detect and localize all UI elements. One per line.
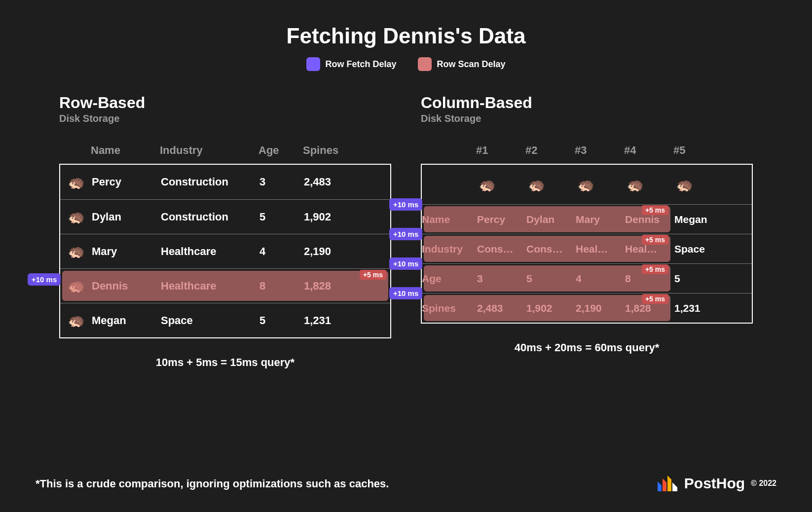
table-row: 🦔 Mary Healthcare 4 2,190: [60, 234, 390, 268]
row-label: Industry: [422, 243, 477, 255]
cell-name: Megan: [92, 314, 161, 327]
panel-title-row: Row-Based: [59, 94, 391, 112]
cell: 2,190: [576, 302, 625, 314]
cell-name: Dennis: [92, 280, 161, 293]
cell-spines: 2,483: [304, 176, 358, 188]
hedgehog-icon: 🦔: [674, 175, 694, 194]
cell-industry: Healthcare: [161, 280, 259, 293]
brand: PostHog © 2022: [657, 475, 776, 492]
cell-industry: Construction: [161, 176, 259, 188]
fetch-delay-badge: +10 ms: [28, 273, 61, 286]
hedgehog-icon: 🦔: [66, 311, 86, 330]
cell: 2,483: [477, 302, 526, 314]
cell: Dennis: [625, 214, 674, 225]
row-label: Spines: [422, 302, 477, 314]
cell: Mary: [576, 214, 625, 225]
cell: 8: [625, 273, 674, 285]
cell-name: Dylan: [92, 211, 161, 223]
cell: 4: [576, 273, 625, 285]
cell: 1,902: [526, 302, 576, 314]
cell-age: 8: [259, 280, 304, 293]
cell: Cons…: [526, 243, 576, 255]
legend: Row Fetch Delay Row Scan Delay: [0, 57, 812, 71]
scan-delay-badge: +5 ms: [360, 270, 386, 280]
cell: 5: [674, 273, 724, 285]
table-row: Spines 2,483 1,902 2,190 1,828 1,231 +5 …: [422, 293, 752, 323]
cell-industry: Space: [161, 314, 259, 327]
col-header: #3: [575, 144, 624, 157]
table-row: Age 3 5 4 8 5 +5 ms: [422, 263, 752, 293]
hedgehog-icon: 🦔: [66, 276, 86, 296]
brand-name: PostHog: [684, 475, 745, 492]
col-header-age: Age: [258, 144, 303, 157]
cell: 5: [526, 273, 576, 285]
fetch-delay-badge: +10 ms: [389, 198, 422, 211]
posthog-logo-icon: [657, 475, 678, 492]
legend-item-scan: Row Scan Delay: [418, 57, 505, 71]
cell: Space: [674, 243, 724, 255]
swatch-fetch-icon: [306, 57, 320, 71]
legend-scan-label: Row Scan Delay: [437, 59, 505, 70]
brand-year: © 2022: [751, 479, 776, 488]
col-header-name: Name: [91, 144, 160, 157]
page-title: Fetching Dennis's Data: [0, 0, 812, 48]
col-header-industry: Industry: [160, 144, 258, 157]
fetch-delay-badge: +10 ms: [389, 228, 422, 240]
cell: Megan: [674, 214, 724, 225]
panel-subtitle-col: Disk Storage: [421, 113, 753, 124]
table-row: 🦔 Dennis Healthcare 8 1,828 +5 ms: [60, 268, 390, 303]
cell-name: Percy: [92, 176, 161, 188]
cell: 1,231: [674, 302, 724, 314]
legend-item-fetch: Row Fetch Delay: [306, 57, 396, 71]
col-header: #4: [624, 144, 673, 157]
cell-age: 5: [259, 314, 304, 327]
hedgehog-icon: 🦔: [625, 175, 645, 194]
col-header-spines: Spines: [303, 144, 357, 157]
cell: 1,828: [625, 302, 674, 314]
cell: 3: [477, 273, 526, 285]
panel-title-col: Column-Based: [421, 94, 753, 112]
fetch-delay-badge: +10 ms: [389, 287, 422, 299]
table-row: 🦔 Megan Space 5 1,231: [60, 303, 390, 337]
cell-spines: 1,828: [304, 280, 358, 293]
row-label: Name: [422, 214, 477, 225]
cell: Dylan: [526, 214, 576, 225]
cell-age: 5: [259, 211, 304, 223]
cell: Heal…: [576, 243, 625, 255]
col-header: #2: [525, 144, 575, 157]
table-row: 🦔 🦔 🦔 🦔 🦔: [422, 165, 752, 204]
table-row: Name Percy Dylan Mary Dennis Megan +5 ms: [422, 204, 752, 234]
cell-age: 3: [259, 176, 304, 188]
panel-row-based: Row-Based Disk Storage Name Industry Age…: [59, 94, 391, 369]
swatch-scan-icon: [418, 57, 432, 71]
hedgehog-icon: 🦔: [576, 175, 595, 194]
summary-col: 40ms + 20ms = 60ms query*: [421, 341, 753, 354]
panel-subtitle-row: Disk Storage: [59, 113, 391, 124]
cell-age: 4: [259, 245, 304, 258]
cell-spines: 1,231: [304, 314, 358, 327]
table-row: 🦔 Dylan Construction 5 1,902: [60, 199, 390, 234]
hedgehog-icon: 🦔: [477, 175, 497, 194]
cell-industry: Healthcare: [161, 245, 259, 258]
table-row: Industry Cons… Cons… Heal… Heal… Space +…: [422, 234, 752, 263]
hedgehog-icon: 🦔: [66, 172, 86, 192]
summary-row: 10ms + 5ms = 15ms query*: [59, 356, 391, 369]
col-header: #1: [476, 144, 525, 157]
cell: Cons…: [477, 243, 526, 255]
hedgehog-icon: 🦔: [526, 175, 546, 194]
legend-fetch-label: Row Fetch Delay: [325, 59, 396, 70]
cell: Heal…: [625, 243, 674, 255]
table-row: 🦔 Percy Construction 3 2,483: [60, 165, 390, 199]
footnote: *This is a crude comparison, ignoring op…: [36, 477, 389, 490]
panel-col-based: Column-Based Disk Storage #1 #2 #3 #4 #5…: [421, 94, 753, 369]
hedgehog-icon: 🦔: [66, 242, 86, 261]
cell-industry: Construction: [161, 211, 259, 223]
cell: Percy: [477, 214, 526, 225]
fetch-delay-badge: +10 ms: [389, 257, 422, 270]
cell-name: Mary: [92, 245, 161, 258]
cell-spines: 1,902: [304, 211, 358, 223]
row-label: Age: [422, 273, 477, 285]
cell-spines: 2,190: [304, 245, 358, 258]
col-header: #5: [673, 144, 723, 157]
hedgehog-icon: 🦔: [66, 207, 86, 227]
